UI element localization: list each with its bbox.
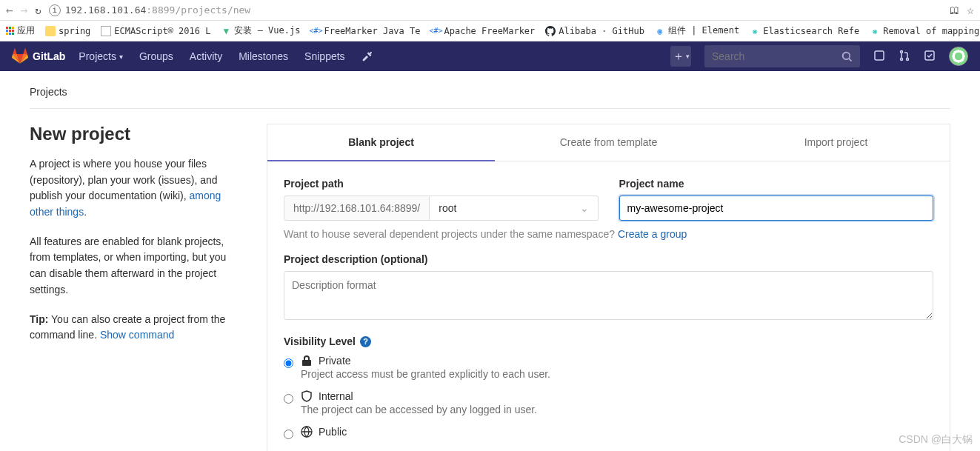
search-input[interactable] — [712, 50, 841, 62]
nav-snippets[interactable]: Snippets — [304, 50, 344, 62]
apps-button[interactable]: 应用 — [6, 24, 35, 37]
page-title: New project — [30, 124, 237, 144]
create-group-link[interactable]: Create a group — [618, 228, 687, 240]
folder-icon — [45, 26, 56, 36]
nav-projects[interactable]: Projects ▾ — [79, 50, 123, 62]
reload-button[interactable]: ↻ — [35, 4, 41, 16]
visibility-title: Private — [319, 355, 351, 367]
bookmark-item[interactable]: ◉组件 | Element — [655, 24, 739, 37]
visibility-desc: The project can be accessed by any logge… — [301, 404, 537, 415]
apps-label: 应用 — [17, 24, 35, 37]
visibility-internal[interactable]: Internal The project can be accessed by … — [284, 390, 933, 415]
vue-icon: ▼ — [221, 26, 231, 36]
help-icon[interactable]: ? — [360, 336, 371, 347]
gitlab-header: GitLab Projects ▾ Groups Activity Milest… — [0, 41, 980, 71]
tab-import-project[interactable]: Import project — [722, 124, 950, 161]
bookmark-item[interactable]: spring — [45, 26, 90, 36]
address-bar[interactable]: i 192.168.101.64:8899/projects/new — [49, 4, 943, 16]
breadcrumb: Projects — [30, 86, 950, 109]
tab-create-from-template[interactable]: Create from template — [495, 124, 722, 161]
bookmark-star-icon[interactable]: ☆ — [967, 3, 974, 17]
project-name-label: Project name — [619, 178, 934, 190]
project-path-label: Project path — [284, 178, 599, 190]
chevron-down-icon: ▾ — [686, 53, 690, 60]
browser-toolbar: ← → ↻ i 192.168.101.64:8899/projects/new… — [0, 0, 980, 21]
bookmark-item[interactable]: <#>FreeMarker Java Te — [310, 26, 420, 36]
code-icon: <#> — [430, 26, 441, 36]
nav-milestones[interactable]: Milestones — [239, 50, 288, 62]
tab-blank-project[interactable]: Blank project — [267, 124, 495, 161]
shield-icon — [301, 390, 313, 402]
back-button[interactable]: ← — [6, 3, 13, 17]
namespace-select[interactable]: root ⌄ — [430, 196, 598, 221]
wrench-icon[interactable] — [361, 50, 373, 62]
project-name-input[interactable] — [619, 196, 934, 221]
show-command-link[interactable]: Show command — [100, 329, 174, 341]
svg-point-2 — [901, 58, 903, 60]
nav-activity[interactable]: Activity — [190, 50, 222, 62]
namespace-value: root — [439, 202, 456, 214]
namespace-hint: Want to house several dependent projects… — [284, 228, 933, 240]
new-project-form: Project path http://192.168.101.64:8899/… — [267, 161, 950, 451]
elastic-icon: ❋ — [750, 26, 760, 36]
user-avatar[interactable] — [949, 47, 968, 66]
svg-rect-0 — [875, 51, 884, 60]
tanuki-icon — [12, 48, 28, 64]
nav-groups[interactable]: Groups — [139, 50, 173, 62]
issues-icon[interactable] — [873, 50, 885, 64]
svg-point-3 — [907, 58, 909, 60]
element-icon: ◉ — [655, 26, 665, 36]
visibility-label: Visibility Level ? — [284, 335, 933, 347]
visibility-private[interactable]: Private Project access must be granted e… — [284, 355, 933, 380]
new-dropdown[interactable]: ＋▾ — [670, 46, 691, 67]
sidebar-desc-2: All features are enabled for blank proje… — [30, 234, 237, 298]
translate-icon[interactable]: 🕮 — [950, 4, 959, 16]
elastic-icon: ❋ — [870, 26, 880, 36]
github-icon — [545, 26, 556, 36]
merge-requests-icon[interactable] — [899, 50, 910, 64]
plus-icon: ＋ — [673, 49, 684, 64]
chevron-down-icon: ⌄ — [580, 202, 589, 214]
visibility-title: Public — [319, 426, 347, 438]
sidebar: New project A project is where you house… — [30, 124, 237, 451]
visibility-desc: Project access must be granted explicitl… — [301, 368, 550, 380]
bookmarks-bar: 应用 spring ECMAScript® 2016 L ▼安装 — Vue.j… — [0, 21, 980, 41]
lock-icon — [301, 355, 313, 367]
bookmark-item[interactable]: ❋Elasticsearch Refe — [750, 26, 859, 36]
description-label: Project description (optional) — [284, 253, 933, 265]
brand-label: GitLab — [33, 50, 65, 62]
svg-point-1 — [901, 50, 903, 53]
visibility-title: Internal — [319, 390, 353, 402]
url-text: 192.168.101.64:8899/projects/new — [65, 4, 250, 16]
search-box[interactable] — [704, 45, 860, 67]
forward-button: → — [21, 3, 28, 17]
info-icon[interactable]: i — [49, 4, 61, 16]
sidebar-desc-1: A project is where you house your files … — [30, 156, 237, 221]
apps-icon — [6, 27, 14, 35]
gitlab-logo[interactable]: GitLab — [12, 48, 65, 64]
bookmark-item[interactable]: ❋Removal of mapping — [870, 26, 979, 36]
breadcrumb-item[interactable]: Projects — [30, 86, 67, 98]
globe-icon — [301, 426, 313, 438]
path-prefix: http://192.168.101.64:8899/ — [284, 196, 430, 221]
visibility-internal-radio[interactable] — [284, 394, 293, 404]
visibility-private-radio[interactable] — [284, 358, 293, 368]
main-nav: Projects ▾ Groups Activity Milestones Sn… — [79, 50, 373, 62]
bookmark-item[interactable]: ▼安装 — Vue.js — [221, 24, 300, 37]
code-icon: <#> — [310, 26, 321, 36]
bookmark-item[interactable]: Alibaba · GitHub — [545, 26, 644, 36]
bookmark-item[interactable]: <#>Apache FreeMarker — [430, 26, 535, 36]
bookmark-item[interactable]: ECMAScript® 2016 L — [101, 26, 210, 36]
visibility-public-radio[interactable] — [284, 430, 293, 439]
sidebar-tip: Tip: You can also create a project from … — [30, 312, 237, 344]
watermark: CSDN @白大锅 — [899, 433, 973, 447]
project-tabs: Blank project Create from template Impor… — [267, 124, 950, 161]
visibility-public[interactable]: Public — [284, 426, 933, 439]
todos-icon[interactable] — [924, 50, 936, 64]
page-icon — [101, 26, 111, 36]
search-icon — [841, 51, 853, 62]
chevron-down-icon: ▾ — [119, 53, 123, 61]
description-textarea[interactable] — [284, 271, 933, 320]
